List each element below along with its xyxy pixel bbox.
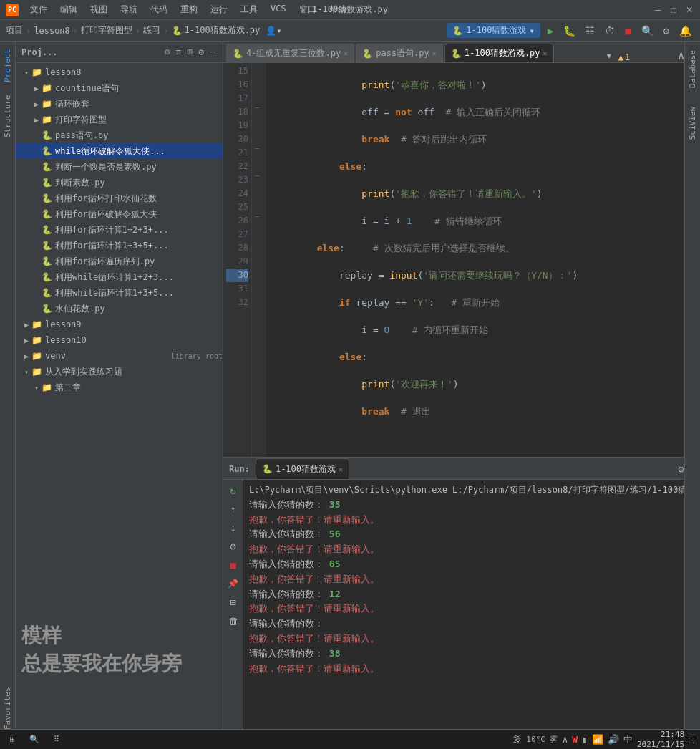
layout-icon[interactable]: ⊞	[186, 45, 195, 59]
fold-25[interactable]: ─	[255, 213, 259, 221]
database-tab[interactable]: Database	[686, 44, 699, 94]
menu-code[interactable]: 代码	[145, 2, 173, 17]
breadcrumb-user[interactable]: 👤▾	[266, 26, 281, 36]
battery-icon[interactable]: ▮	[582, 734, 588, 745]
breadcrumb-file[interactable]: 🐍 1-100猜数游戏.py	[172, 24, 261, 37]
tree-item-narcissus[interactable]: ▶ 🐍 利用for循环打印水仙花数	[16, 190, 223, 206]
line-num-27: 27	[226, 228, 248, 241]
tree-item-while-sum2[interactable]: ▶ 🐍 利用while循环计算1+3+5...	[16, 285, 223, 301]
list-icon[interactable]: ≡	[175, 45, 183, 59]
run-error-6: 抱歉，你答错了！请重新输入。	[249, 663, 379, 674]
menu-navigate[interactable]: 导航	[115, 2, 143, 17]
layout-button[interactable]: ⊟	[225, 594, 241, 610]
minimize-button[interactable]: ─	[653, 5, 663, 15]
tree-item-chapter2[interactable]: ▾ 📁 第二章	[16, 380, 223, 395]
start-button[interactable]: ⊞	[6, 733, 19, 745]
favorites-tab[interactable]: Favorites	[0, 690, 14, 726]
run-tab[interactable]: 🐍 1-100猜数游戏 ✕	[256, 458, 349, 479]
fold-23[interactable]: ─	[255, 172, 259, 180]
settings-tree-icon[interactable]: ⚙	[197, 45, 205, 59]
maximize-button[interactable]: □	[669, 5, 679, 15]
tab-close-2[interactable]: ✕	[432, 49, 437, 57]
scroll-up-button[interactable]: ↑	[225, 501, 241, 517]
tree-item-pass[interactable]: ▶ 🐍 pass语句.py	[16, 127, 223, 143]
stop-run-button[interactable]: ■	[225, 557, 241, 573]
settings-run-icon[interactable]: ⚙	[678, 463, 684, 475]
tree-item-for-iter[interactable]: ▶ 🐍 利用for循环遍历序列.py	[16, 253, 223, 269]
profile-button[interactable]: ⏱	[602, 24, 618, 38]
menu-edit[interactable]: 编辑	[54, 2, 83, 17]
coverage-button[interactable]: ☷	[583, 24, 598, 38]
scroll-down-button[interactable]: ↓	[225, 520, 241, 536]
tab-4-groups[interactable]: 🐍 4-组成无重复三位数.py ✕	[226, 44, 354, 62]
fold-21[interactable]: ─	[255, 145, 259, 153]
line-num-15: 15	[226, 64, 248, 78]
notifications-icon[interactable]: 🔔	[676, 24, 694, 38]
chevron-icon[interactable]: ∧	[562, 734, 568, 745]
tree-item-while-sum1[interactable]: ▶ 🐍 利用while循环计算1+2+3...	[16, 269, 223, 285]
menu-vcs[interactable]: VCS	[265, 2, 292, 17]
notification-area-icon[interactable]: □	[689, 734, 694, 745]
menu-file[interactable]: 文件	[24, 2, 53, 17]
tree-item-print-char[interactable]: ▶ 📁 打印字符图型	[16, 112, 223, 127]
tree-item-for-crack[interactable]: ▶ 🐍 利用for循环破解令狐大侠	[16, 206, 223, 222]
structure-tab[interactable]: Structure	[0, 95, 14, 137]
tree-item-for-sum1[interactable]: ▶ 🐍 利用for循环计算1+2+3+...	[16, 222, 223, 238]
tree-item-while-crack[interactable]: ▶ 🐍 while循环破解令狐大侠...	[16, 143, 223, 159]
tabs-scroll-button[interactable]: ▾	[603, 49, 616, 62]
tree-item-for-sum2[interactable]: ▶ 🐍 利用for循环计算1+3+5+...	[16, 238, 223, 253]
run-tab-close[interactable]: ✕	[339, 465, 343, 473]
collapse-icon[interactable]: ─	[208, 45, 217, 59]
tree-item-practice[interactable]: ▾ 📁 从入学到实践练习题	[16, 364, 223, 380]
add-icon[interactable]: ⊕	[163, 45, 172, 59]
settings-run-btn[interactable]: ⚙	[225, 538, 241, 554]
volume-icon[interactable]: 🔊	[608, 734, 619, 745]
line-num-19: 19	[226, 119, 248, 132]
menu-run[interactable]: 运行	[205, 2, 233, 17]
wifi-icon[interactable]: 📶	[592, 734, 603, 745]
tree-item-lesson9[interactable]: ▶ 📁 lesson9	[16, 316, 223, 332]
run-config[interactable]: 🐍 1-100猜数游戏 ▾	[447, 23, 540, 38]
tree-item-prime2[interactable]: ▶ 🐍 判断素数.py	[16, 175, 223, 190]
tree-item-venv[interactable]: ▶ 📁 venv library root	[16, 348, 223, 364]
antivirus-icon[interactable]: W	[572, 734, 578, 745]
menu-view[interactable]: 视图	[84, 2, 113, 17]
rerun-button[interactable]: ↻	[225, 483, 241, 498]
run-button[interactable]: ▶	[545, 24, 556, 38]
taskbar-apps[interactable]: ⠿	[49, 733, 64, 745]
settings-icon[interactable]: ⚙	[661, 24, 672, 38]
tree-item-countinue[interactable]: ▶ 📁 countinue语句	[16, 80, 223, 96]
breadcrumb-lesson8[interactable]: lesson8	[34, 26, 70, 36]
menu-tools[interactable]: 工具	[235, 2, 263, 17]
tab-close-3[interactable]: ✕	[543, 49, 548, 57]
tree-item-narc2[interactable]: ▶ 🐍 水仙花数.py	[16, 301, 223, 316]
code-editor[interactable]: print('恭喜你，答对啦！') off = not off # 输入正确后关…	[266, 63, 700, 457]
breadcrumb-folder[interactable]: 打印字符图型	[81, 24, 132, 37]
taskbar-search[interactable]: 🔍	[25, 733, 44, 745]
nav-up-icon[interactable]: ∧	[678, 49, 685, 62]
weather-icon[interactable]: 🌫	[512, 734, 522, 745]
tree-item-prime1[interactable]: ▶ 🐍 判断一个数是否是素数.py	[16, 159, 223, 175]
close-button[interactable]: ✕	[684, 5, 694, 15]
project-tab[interactable]: Project	[0, 44, 14, 87]
line-num-29: 29	[226, 255, 248, 269]
run-prompt-2: 请输入你猜的数：	[249, 528, 324, 539]
debug-button[interactable]: 🐛	[560, 24, 578, 38]
sciview-tab[interactable]: SciView	[686, 101, 699, 145]
ime-icon[interactable]: 中	[623, 733, 633, 746]
tree-item-loop-nest[interactable]: ▶ 📁 循环嵌套	[16, 96, 223, 112]
tab-pass[interactable]: 🐍 pass语句.py ✕	[356, 44, 443, 62]
breadcrumb-project[interactable]: 项目	[6, 24, 23, 37]
pin-button[interactable]: 📌	[225, 576, 241, 591]
stop-button[interactable]: ■	[622, 24, 633, 38]
menu-refactor[interactable]: 重构	[175, 2, 203, 17]
search-icon[interactable]: 🔍	[638, 24, 656, 38]
filter-button[interactable]: 🗑	[225, 613, 241, 629]
code-line-15: print('恭喜你，答对啦！')	[272, 78, 700, 92]
tab-guessing-game[interactable]: 🐍 1-100猜数游戏.py ✕	[444, 44, 554, 62]
tree-item-lesson10[interactable]: ▶ 📁 lesson10	[16, 332, 223, 348]
tab-close-1[interactable]: ✕	[344, 49, 348, 57]
tree-item-lesson8[interactable]: ▾ 📁 lesson8	[16, 64, 223, 80]
breadcrumb-subfolder[interactable]: 练习	[143, 24, 160, 37]
fold-18[interactable]: ─	[255, 104, 259, 112]
